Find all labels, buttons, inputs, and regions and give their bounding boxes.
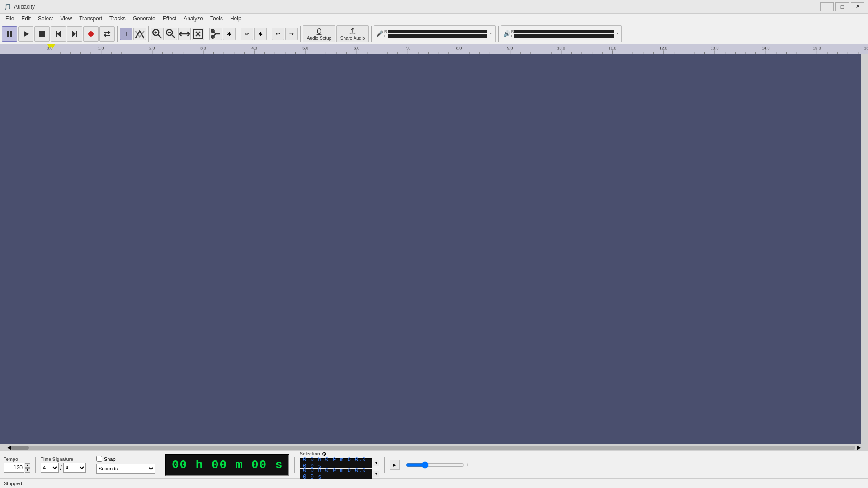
menu-select[interactable]: Select [34,14,57,23]
time-value: 00 h 00 m 00 s [172,458,283,472]
sep7 [371,26,372,42]
svg-marker-4 [57,31,61,37]
tempo-input[interactable] [4,463,24,473]
stop-button[interactable] [34,26,50,42]
menu-view[interactable]: View [57,14,75,23]
redo-button[interactable]: ↪ [285,28,298,40]
main-track-area[interactable] [0,54,868,444]
loop-button[interactable] [99,26,115,42]
play-region-button[interactable]: ▶ [390,460,400,470]
svg-point-8 [88,31,94,37]
sel-end-display: 0 0 h 0 0 m 0 0.0 0 0 s [300,469,372,479]
playhead [50,44,55,49]
skip-end-button[interactable] [67,26,82,42]
svg-marker-2 [24,31,29,37]
sep8 [498,26,499,42]
svg-marker-6 [72,31,76,37]
play-region-section: ▶ − + [390,460,469,470]
time-sig-numerator[interactable]: 4362 [41,463,59,473]
output-meter: 🔊 R L ▼ [501,25,622,42]
sep-bottom4 [294,457,295,473]
minimize-button[interactable]: ─ [820,2,834,11]
trim-button[interactable] [209,28,222,40]
sel-start-row: 0 0 h 0 0 m 0 0.0 0 0 s ▼ [300,458,379,468]
zoom-plus-icon: + [467,462,469,467]
svg-rect-0 [7,31,9,37]
snap-unit-select[interactable]: Seconds Bars and Beats Milliseconds [96,464,155,474]
sel-start-display: 0 0 h 0 0 m 0 0.0 0 0 s [300,458,372,468]
sep-bottom3 [160,457,160,473]
sel-end-row: 0 0 h 0 0 m 0 0.0 0 0 s ▼ [300,469,379,479]
time-sig-label: Time Signature [41,457,86,462]
menu-tools[interactable]: Tools [207,14,226,23]
audio-setup-button[interactable]: Audio Setup [303,25,335,42]
audio-setup-label: Audio Setup [307,36,332,41]
menu-analyze[interactable]: Analyze [180,14,207,23]
status-bar: Stopped. [0,478,868,488]
sep2 [148,26,149,42]
snap-section: Snap Seconds Bars and Beats Milliseconds [96,456,155,474]
ruler-canvas [0,44,868,54]
tempo-down-button[interactable]: ▼ [25,468,30,473]
menu-file[interactable]: File [2,14,18,23]
menu-edit[interactable]: Edit [18,14,34,23]
status-text: Stopped. [4,481,24,486]
snap-label: Snap [104,456,116,462]
scroll-thumb[interactable] [11,446,29,450]
vertical-scrollbar[interactable] [861,54,868,444]
time-sig-sep: / [60,464,62,471]
select-tool-button[interactable]: I [120,28,132,40]
scroll-left-button[interactable]: ◀ [7,445,11,450]
pencil-tool-button[interactable]: ✏ [241,28,253,40]
menu-help[interactable]: Help [226,14,245,23]
svg-rect-3 [39,31,45,37]
zoom-minus-icon: − [401,462,404,467]
undo-button[interactable]: ↩ [272,28,284,40]
close-button[interactable]: ✕ [851,2,864,11]
time-display: 00 h 00 m 00 s [165,454,289,476]
svg-line-14 [172,34,175,38]
mic-icon: 🎤 [376,30,383,37]
play-button[interactable] [18,26,33,42]
input-meter: 🎤 R L ▼ [374,25,496,42]
menu-generate[interactable]: Generate [129,14,159,23]
svg-rect-7 [76,31,77,37]
scroll-track[interactable] [11,446,855,450]
selection-gear-icon[interactable]: ⚙ [322,451,327,457]
multi-tool-button[interactable]: ✱ [254,28,267,40]
pause-button[interactable] [2,26,17,42]
share-audio-label: Share Audio [340,36,365,41]
horizontal-scrollbar[interactable]: ◀ ▶ [0,444,868,451]
skip-start-button[interactable] [51,26,66,42]
maximize-button[interactable]: □ [835,2,849,11]
time-sig-row: 4362 / 482 [41,463,86,473]
time-sig-denominator[interactable]: 482 [63,463,86,473]
menu-effect[interactable]: Effect [159,14,180,23]
tempo-label: Tempo [4,457,30,462]
scroll-right-button[interactable]: ▶ [857,445,861,450]
app-title: Audacity [14,4,820,10]
svg-rect-5 [56,31,57,37]
zoom-fit-button[interactable] [178,28,191,40]
envelope-tool-button[interactable] [133,28,146,40]
title-bar: 🎵 Audacity ─ □ ✕ [0,0,868,14]
zoom-in-button[interactable] [151,28,164,40]
ruler [0,44,868,54]
zoom-out-button[interactable] [165,28,177,40]
window-controls: ─ □ ✕ [820,2,864,11]
zoom-slider[interactable] [406,461,465,469]
menu-tracks[interactable]: Tracks [106,14,129,23]
sep-bottom5 [384,457,385,473]
menu-transport[interactable]: Transport [75,14,106,23]
time-sig-section: Time Signature 4362 / 482 [41,457,86,473]
sep6 [300,26,301,42]
sel-start-down-button[interactable]: ▼ [373,460,379,466]
snap-checkbox[interactable] [96,456,102,462]
silence-button[interactable]: ✱ [223,28,236,40]
sel-end-down-button[interactable]: ▼ [373,471,379,477]
zoom-track-button[interactable] [192,28,204,40]
sep1 [117,26,118,42]
record-button[interactable] [83,26,99,42]
share-audio-button[interactable]: Share Audio [336,25,369,42]
tempo-up-button[interactable]: ▲ [25,463,30,468]
